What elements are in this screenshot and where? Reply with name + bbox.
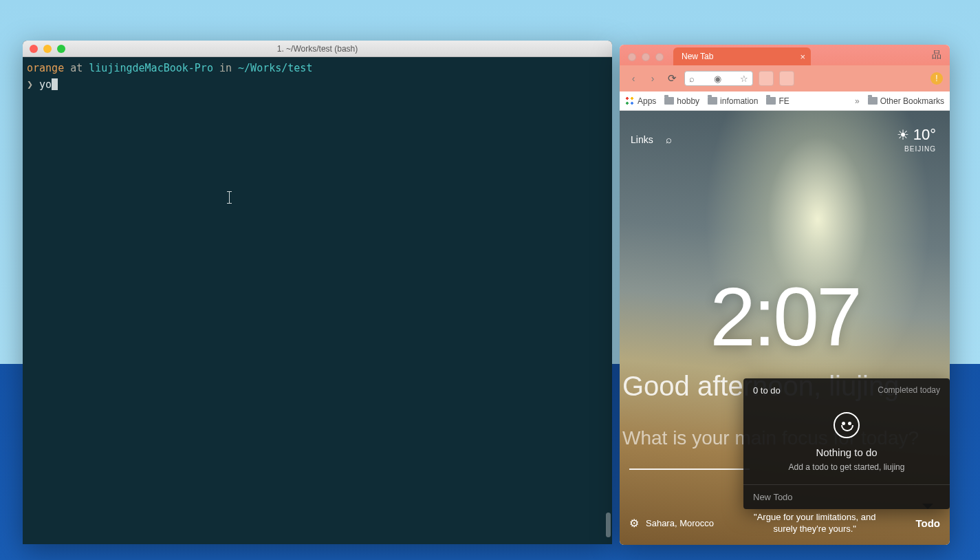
bookmark-label: Other Bookmarks — [880, 96, 944, 106]
terminal-typed: yo — [39, 78, 52, 91]
bookmark-label: FE — [778, 96, 789, 106]
prompt-symbol: ❯ — [27, 78, 33, 91]
zoom-icon[interactable] — [57, 45, 65, 53]
search-icon: ⌕ — [689, 74, 695, 84]
folder-icon — [664, 97, 674, 105]
quote[interactable]: "Argue for your limitations, and surely … — [754, 511, 875, 535]
new-tab-page: Links ⌕ ☀ 10° BEIJING 2:07 Good afternoo… — [620, 111, 950, 545]
site-info-icon[interactable]: ◉ — [714, 74, 721, 84]
minimize-icon[interactable] — [642, 53, 650, 61]
new-todo-placeholder: New Todo — [753, 492, 793, 502]
alert-icon[interactable]: ! — [930, 72, 943, 85]
back-button[interactable]: ‹ — [627, 73, 640, 84]
search-icon[interactable]: ⌕ — [666, 133, 672, 145]
prompt-at: at — [64, 62, 89, 74]
bookmark-other[interactable]: Other Bookmarks — [868, 96, 944, 106]
photo-credit[interactable]: Sahara, Morocco — [646, 518, 714, 528]
todo-button[interactable]: Todo — [915, 517, 940, 529]
bookmark-folder-fe[interactable]: FE — [766, 96, 789, 106]
close-icon[interactable] — [30, 45, 38, 53]
links-button[interactable]: Links — [631, 134, 653, 145]
prompt-cwd: ~/Works/test — [238, 62, 312, 74]
minimize-icon[interactable] — [43, 45, 52, 53]
reload-button[interactable]: ⟳ — [665, 72, 679, 85]
todo-completed-link[interactable]: Completed today — [878, 385, 940, 396]
window-controls — [23, 45, 65, 53]
weather-temp: 10° — [913, 126, 936, 144]
browser-window: New Tab × 品 ‹ › ⟳ ⌕ ◉ ☆ ! Apps hobby — [620, 45, 950, 545]
todo-empty-subtitle: Add a todo to get started, liujing — [750, 462, 943, 472]
quote-line: surely they're yours." — [754, 523, 875, 535]
quote-line: "Argue for your limitations, and — [754, 511, 875, 524]
weather-widget[interactable]: ☀ 10° BEIJING — [897, 126, 936, 153]
tab-close-icon[interactable]: × — [800, 52, 805, 62]
extension-icon[interactable]: 品 — [932, 49, 943, 60]
ntp-top-row: Links ⌕ ☀ 10° BEIJING — [631, 126, 936, 153]
browser-chrome: New Tab × 品 ‹ › ⟳ ⌕ ◉ ☆ ! — [620, 45, 950, 91]
terminal-title: 1. ~/Works/test (bash) — [23, 44, 612, 54]
sun-icon: ☀ — [897, 127, 909, 143]
bookmark-label: hobby — [677, 96, 699, 106]
focus-input[interactable] — [629, 469, 750, 470]
close-icon[interactable] — [628, 53, 636, 61]
extension-button[interactable] — [759, 71, 774, 86]
todo-count[interactable]: 0 to do — [753, 385, 781, 396]
toolbar: ‹ › ⟳ ⌕ ◉ ☆ ! — [620, 65, 950, 91]
text-caret-icon — [229, 191, 230, 204]
bookmark-label: infomation — [720, 96, 758, 106]
terminal-body[interactable]: orange at liujingdeMacBook-Pro in ~/Work… — [23, 57, 612, 544]
window-controls — [625, 53, 673, 65]
bookmark-folder-infomation[interactable]: infomation — [708, 96, 758, 106]
cursor-icon — [52, 78, 58, 90]
address-bar[interactable]: ⌕ ◉ ☆ — [684, 71, 753, 86]
bookmark-apps[interactable]: Apps — [625, 96, 656, 106]
bookmarks-bar: Apps hobby infomation FE » Other Bookmar… — [620, 91, 950, 111]
tab-title: New Tab — [682, 52, 713, 61]
folder-icon — [868, 97, 878, 105]
prompt-host: liujingdeMacBook-Pro — [89, 62, 213, 74]
terminal-window: 1. ~/Works/test (bash) orange at liujing… — [23, 41, 612, 544]
new-todo-input[interactable]: New Todo — [743, 484, 950, 509]
bookmark-overflow[interactable]: » — [855, 96, 860, 106]
apps-icon — [625, 96, 635, 106]
prompt-user: orange — [27, 62, 64, 74]
smile-icon — [834, 412, 860, 438]
folder-icon — [708, 97, 717, 105]
folder-icon — [766, 97, 776, 105]
forward-button[interactable]: › — [646, 73, 660, 84]
tab-new-tab[interactable]: New Tab × — [673, 47, 811, 65]
terminal-titlebar: 1. ~/Works/test (bash) — [23, 41, 612, 57]
zoom-icon[interactable] — [655, 53, 664, 61]
prompt-in: in — [213, 62, 238, 74]
todo-popover: 0 to do Completed today Nothing to do Ad… — [743, 378, 950, 509]
extension-button[interactable] — [779, 71, 794, 86]
weather-location: BEIJING — [897, 145, 936, 153]
bookmark-star-icon[interactable]: ☆ — [740, 74, 748, 84]
tab-strip: New Tab × 品 — [620, 45, 950, 65]
ntp-bottom-row: ⚙ Sahara, Morocco "Argue for your limita… — [629, 511, 940, 535]
scrollbar[interactable] — [606, 513, 611, 537]
clock: 2:07 — [620, 269, 950, 364]
bookmark-folder-hobby[interactable]: hobby — [664, 96, 699, 106]
gear-icon[interactable]: ⚙ — [629, 517, 639, 530]
todo-empty-title: Nothing to do — [750, 446, 943, 458]
bookmark-label: Apps — [638, 96, 656, 106]
